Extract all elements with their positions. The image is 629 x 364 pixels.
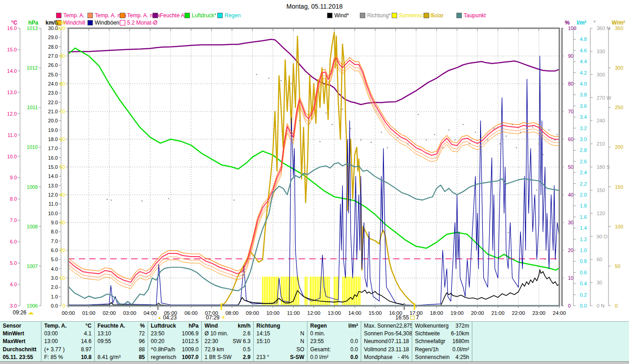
table-row: Feuchte A.%: [97, 322, 145, 330]
tick-label-km/h: 9.0: [51, 220, 58, 225]
sensor-column-wind: Windkm/hØ 10 min.2.622:30SW 6.372.9 km0.…: [201, 322, 253, 362]
tick-label-%: 90: [568, 53, 573, 59]
cell-desc: 0 min.: [310, 330, 325, 338]
table-row: 0.0 l/m²0.0: [310, 354, 358, 361]
series-richtung: [442, 147, 443, 148]
series-richtung: [487, 140, 488, 141]
series-richtung: [319, 141, 320, 142]
info-value: 1680m: [452, 338, 469, 345]
series-sonnenschein: [343, 277, 343, 306]
table-row: 88: [97, 346, 145, 354]
cell-desc: 72.9 km: [205, 346, 224, 354]
table-row: 13:0014.6: [44, 338, 92, 345]
series-richtung: [256, 74, 257, 75]
series-richtung: [291, 83, 291, 84]
table-row: Sonnenschein4:25h: [415, 354, 469, 361]
tick-label-%: 80: [568, 81, 573, 86]
cell-value: 14.6: [81, 338, 92, 345]
cell-desc: 00:20: [151, 338, 164, 345]
series-richtung: [332, 124, 332, 125]
cell-value: 72: [139, 330, 145, 338]
sensor-column-regen: Regenl/m²0 min.23:550.0Gesamt:0.00.0 l/m…: [307, 322, 361, 362]
tick-label-l/m²: 4.0: [580, 81, 587, 86]
cell-desc: 213 °: [256, 354, 269, 361]
cell-value: SO: [297, 346, 304, 354]
info-label: Wolkenunterg: [415, 322, 449, 330]
series-richtung: [520, 132, 521, 133]
tick-label-°: 180 S: [597, 164, 610, 170]
tick-label-l/m²: 3.6: [580, 103, 587, 109]
tick-label-min: 50: [60, 164, 65, 170]
series-sonnenschein: [356, 277, 357, 306]
series-richtung: [538, 143, 539, 144]
sunrise-annotation: 07:29 ☀: [206, 314, 226, 321]
cell-value: 1012.5: [182, 338, 199, 345]
info-column-spacer: [472, 322, 629, 362]
tick-label-l/m²: 1.4: [580, 225, 587, 231]
tick-label-km/h: 22.0: [48, 100, 58, 105]
cell-value: 1007.0: [182, 354, 199, 361]
table-row: regnerisch1007.0: [151, 354, 199, 361]
x-tick-label: 20:00: [471, 310, 484, 316]
row-label: MaxWert: [3, 338, 38, 345]
series-sonnenschein: [295, 277, 296, 306]
info-value: 0.0l/m²: [452, 346, 469, 354]
series-richtung: [548, 130, 549, 131]
series-sonnenschein: [334, 277, 335, 306]
tick-label-°: 330: [597, 49, 605, 54]
tick-label-°C: 14.0: [7, 68, 17, 74]
x-tick-label: 00:00: [62, 310, 75, 316]
table-row: Sichtweite6-10km: [415, 330, 469, 338]
tick-label-hPa: 1007: [27, 263, 38, 269]
x-tick-label: 24:00: [553, 310, 566, 316]
row-label: MinWert: [3, 330, 38, 338]
tick-label-l/m²: 0.8: [580, 258, 587, 264]
tick-label-°C: 15.0: [7, 47, 17, 52]
tick-label-°C: 10.0: [7, 154, 17, 159]
series-sonnenschein: [262, 277, 263, 306]
sunset-time: 16:55: [395, 314, 409, 321]
info-label: Sonnenschein: [415, 354, 450, 361]
series-richtung: [448, 130, 449, 131]
table-row: (+ 3.77 )8.97: [44, 346, 92, 354]
table-row: Vollmond23.11.18: [364, 346, 409, 354]
tick-label-°C: 5.0: [10, 260, 17, 266]
series-richtung: [371, 142, 372, 143]
tick-label-l/m²: 0.0: [580, 303, 587, 308]
tick-label-km/h: 18.0: [48, 136, 58, 142]
series-sonnenschein: [288, 277, 289, 306]
series-richtung: [493, 128, 494, 129]
series-richtung: [407, 143, 408, 144]
series-richtung: [234, 200, 235, 201]
series-richtung: [326, 112, 327, 113]
sunset-extra: 7: [416, 314, 419, 321]
tick-label-°C: 8.0: [10, 196, 17, 202]
row-label: Sensor: [3, 322, 38, 330]
tick-label-l/m²: 2.4: [580, 170, 587, 175]
cell-desc: Ø 10 min.: [205, 330, 228, 338]
tick-label-km/h: 14.0: [48, 173, 58, 179]
table-row: Neumond07.11.18: [364, 338, 409, 345]
tick-label-min: 20: [60, 248, 65, 253]
series-sonnenschein: [267, 277, 268, 306]
info-label: Neumond: [364, 338, 388, 345]
tick-label-%: 40: [568, 192, 573, 197]
series-richtung: [555, 140, 556, 141]
sensor-name: Feuchte A.: [97, 322, 125, 330]
cell-desc: 14:15: [256, 330, 270, 338]
tick-label-W/m²: 150: [615, 184, 623, 190]
x-tick-label: 11:00: [287, 310, 300, 316]
stats-table: SensorMinWertMaxWertDurchschnitt05.11. 2…: [0, 321, 629, 362]
cell-desc: (+ 3.77 ): [44, 346, 65, 354]
axis-unit-°C: °C: [11, 20, 18, 26]
tick-label-min: 30: [60, 220, 65, 225]
cell-desc: 1 Bft S-SW: [205, 354, 231, 361]
x-tick-label: 23:00: [532, 310, 546, 316]
info-value: - 4%: [398, 354, 409, 361]
tick-label-km/h: 5.0: [51, 257, 58, 262]
tick-label-°C: 7.0: [10, 217, 17, 223]
series-richtung: [455, 140, 455, 141]
series-richtung: [397, 137, 398, 138]
series-richtung: [426, 140, 427, 141]
tick-label-l/m²: 0.4: [580, 281, 587, 286]
